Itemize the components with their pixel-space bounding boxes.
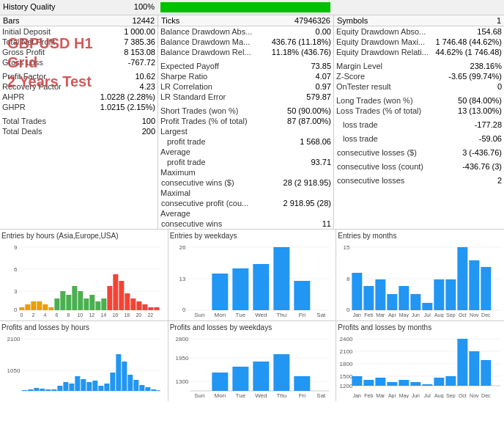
table-row: consecutive profit (cou...2 918.95 (28) — [158, 198, 333, 208]
svg-rect-161 — [434, 378, 445, 386]
svg-text:13: 13 — [179, 276, 185, 282]
svg-rect-30 — [148, 307, 153, 310]
svg-rect-78 — [446, 279, 456, 310]
svg-text:3: 3 — [14, 288, 18, 295]
total-trades-value: 100 — [81, 116, 158, 126]
avg-loss-value: -59.06 — [432, 133, 504, 144]
ghpr-value: 1.0215 (2.15%) — [81, 102, 158, 112]
table-row: Total Net Profit7 385.36 — [0, 37, 158, 47]
svg-rect-106 — [63, 382, 68, 391]
svg-text:2100: 2100 — [7, 336, 21, 342]
svg-rect-103 — [45, 389, 51, 391]
profits-months-svg: 2400 2100 1800 1500 1200 — [338, 332, 503, 398]
mid-stats-panel: Balance Drawdown Abs...0.00 Balance Draw… — [158, 26, 333, 229]
max-profit-cou-value: 2 918.95 (28) — [264, 198, 333, 208]
table-row: loss trade-177.28 — [334, 120, 504, 130]
svg-rect-55 — [294, 281, 310, 310]
svg-rect-9 — [25, 304, 30, 310]
svg-text:16: 16 — [112, 312, 118, 318]
svg-text:4: 4 — [43, 312, 46, 318]
on-tester-label: OnTester result — [334, 81, 432, 92]
lr-std-error-label: LR Standard Error — [158, 92, 264, 102]
svg-text:Jul: Jul — [424, 312, 431, 318]
profits-weekdays-chart: Profits and losses by weekdays 2800 1950… — [168, 321, 337, 401]
recovery-factor-label: Recovery Factor — [0, 81, 81, 92]
largest-loss-label: loss trade — [334, 120, 432, 130]
initial-deposit-value: 1 000.00 — [81, 26, 158, 37]
bal-dd-max-label: Balance Drawdown Ma... — [158, 37, 264, 47]
svg-rect-120 — [145, 387, 150, 391]
svg-rect-73 — [388, 294, 398, 310]
svg-text:Tue: Tue — [235, 312, 245, 318]
table-row: Equity Drawdown Maxi...1 746.48 (44.62%) — [334, 37, 504, 47]
table-row: LR Correlation0.97 — [158, 81, 333, 92]
avg-loss-label: loss trade — [334, 133, 432, 144]
svg-text:Nov: Nov — [470, 393, 479, 398]
lr-correlation-label: LR Correlation — [158, 81, 264, 92]
expected-payoff-value: 73.85 — [264, 61, 333, 71]
ticks-label: Ticks — [161, 16, 179, 25]
svg-rect-115 — [116, 354, 121, 391]
bars-label: Bars — [3, 16, 20, 25]
max-consec-losses-value: 3 (-436.76) — [432, 147, 504, 158]
avg-profit-value: 93.71 — [264, 157, 333, 167]
svg-rect-71 — [364, 286, 374, 310]
svg-rect-27 — [130, 298, 136, 310]
entries-months-title: Entries by months — [338, 231, 503, 241]
symbols-label: Symbols — [337, 16, 368, 25]
svg-text:Aug: Aug — [434, 393, 444, 398]
svg-text:Sep: Sep — [446, 312, 456, 318]
table-row: loss trade-59.06 — [334, 133, 504, 144]
svg-text:12: 12 — [89, 312, 94, 318]
svg-rect-72 — [376, 279, 386, 310]
table-row: Short Trades (won %)50 (90.00%) — [158, 106, 333, 116]
eq-dd-rel-value: 44.62% (1 746.48) — [432, 47, 504, 57]
svg-text:Oct: Oct — [459, 393, 467, 398]
svg-rect-134 — [273, 354, 289, 391]
svg-text:Mon: Mon — [214, 392, 226, 398]
ahpr-label: AHPR — [0, 92, 81, 102]
svg-text:Fri: Fri — [298, 312, 305, 318]
table-row: Margin Level238.16% — [334, 61, 504, 71]
profit-factor-label: Profit Factor — [0, 71, 81, 81]
table-row: Total Deals200 — [0, 126, 158, 136]
table-row: consecutive loss (count)-436.76 (3) — [334, 161, 504, 172]
table-row: Balance Drawdown Rel...11.18% (436.76) — [158, 47, 333, 57]
total-trades-label: Total Trades — [0, 116, 81, 126]
svg-text:Apr: Apr — [388, 312, 397, 318]
short-trades-value: 50 (90.00%) — [264, 106, 333, 116]
svg-rect-28 — [136, 301, 141, 310]
svg-rect-16 — [66, 295, 71, 310]
bal-dd-rel-label: Balance Drawdown Rel... — [158, 47, 264, 57]
svg-rect-54 — [273, 247, 289, 310]
svg-rect-113 — [104, 384, 109, 391]
svg-rect-23 — [107, 286, 112, 310]
short-trades-label: Short Trades (won %) — [158, 106, 264, 116]
svg-rect-53 — [253, 264, 269, 310]
left-stats-panel: Initial Deposit1 000.00 Total Net Profit… — [0, 26, 158, 229]
svg-rect-20 — [89, 295, 94, 310]
svg-text:Sat: Sat — [316, 392, 326, 398]
table-row: Gross Profit8 153.08 — [0, 47, 158, 57]
svg-rect-119 — [139, 385, 144, 391]
symbols-row: Symbols 1 — [333, 15, 504, 26]
long-trades-value: 50 (84.00%) — [432, 95, 504, 106]
svg-text:Jan: Jan — [353, 312, 361, 318]
eq-dd-max-label: Equity Drawdown Maxi... — [334, 37, 432, 47]
entries-charts-row: Entries by hours (Asia,Europe,USA) 9 6 3… — [0, 230, 504, 321]
svg-rect-132 — [232, 367, 248, 391]
table-row: profit trade1 568.06 — [158, 136, 333, 147]
svg-rect-13 — [48, 307, 53, 310]
svg-text:1500: 1500 — [340, 373, 353, 380]
svg-rect-116 — [122, 362, 127, 391]
table-row: Balance Drawdown Abs...0.00 — [158, 26, 333, 37]
svg-rect-75 — [411, 294, 421, 310]
svg-text:Thu: Thu — [276, 392, 286, 398]
total-deals-label: Total Deals — [0, 126, 81, 136]
profit-trades-value: 87 (87.00%) — [264, 116, 333, 126]
svg-text:Wed: Wed — [255, 312, 267, 318]
svg-text:6: 6 — [55, 312, 58, 318]
svg-rect-112 — [98, 386, 103, 391]
entries-months-chart: Entries by months 15 8 0 — [336, 230, 504, 320]
sharpe-ratio-label: Sharpe Ratio — [158, 71, 264, 81]
